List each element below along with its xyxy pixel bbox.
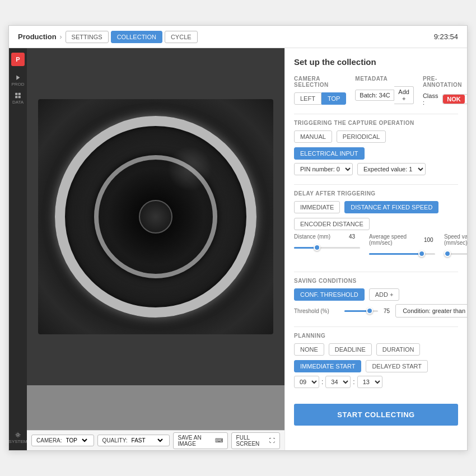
threshold-row: Threshold (%) 75 Condition: greater than… [294, 304, 458, 318]
camera-label: CAMERA: [36, 437, 62, 444]
distance-label: Distance (mm) [294, 234, 344, 240]
camera-image [38, 99, 273, 334]
speed-var-label: Speed variation (mm/sec) [444, 234, 467, 246]
class-dropdown-btn[interactable]: ▼ [465, 95, 467, 104]
class-text: Class : [423, 92, 440, 106]
metadata-label: METADATA [355, 76, 414, 82]
sidebar-prod-label: PROD [11, 82, 24, 87]
tab-bar: SETTINGS COLLECTION CYCLE [66, 31, 198, 43]
camera-btn-group: LEFT TOP [294, 92, 346, 105]
fullscreen-icon: ⛶ [269, 437, 275, 444]
camera-left-btn[interactable]: LEFT [294, 92, 321, 105]
camera-selection-section: CAMERA SELECTION LEFT TOP [294, 76, 346, 105]
triggering-label: TRIGGERING THE CAPTURE OPERATION [294, 120, 458, 126]
divider-2 [294, 184, 458, 185]
planning-btn-row: NONE DEADLINE DURATION IMMEDIATE START D… [294, 343, 458, 372]
delay-fixed-speed-btn[interactable]: DISTANCE AT FIXED SPEED [344, 201, 438, 213]
speaker-center [139, 200, 172, 234]
conf-threshold-btn[interactable]: CONF. THRESHOLD [294, 288, 365, 301]
sidebar-item-system[interactable]: SYSTEM [10, 430, 26, 446]
top-bar: Production › SETTINGS COLLECTION CYCLE 9… [9, 26, 467, 48]
fullscreen-btn[interactable]: FULL SCREEN ⛶ [231, 432, 280, 449]
svg-point-5 [17, 433, 19, 436]
distance-thumb[interactable] [314, 244, 320, 251]
save-icon: ⌨ [215, 437, 223, 444]
threshold-label: Threshold (%) [294, 308, 339, 314]
svg-rect-1 [15, 93, 17, 95]
delay-encoder-btn[interactable]: ENCODER DISTANCE [294, 218, 370, 230]
camera-select-btn[interactable]: CAMERA: TOP LEFT [31, 435, 94, 446]
distance-slider-section: Distance (mm) 43 [294, 234, 360, 258]
planning-duration-btn[interactable]: DURATION [376, 343, 421, 356]
metadata-input[interactable] [355, 90, 394, 101]
time-minute-select[interactable]: 34 [325, 376, 351, 388]
quality-select-btn[interactable]: QUALITY: FAST NORMAL SLOW [97, 435, 170, 446]
trigger-electrical-btn[interactable]: ELECTRICAL INPUT [294, 147, 365, 160]
avg-speed-thumb[interactable] [418, 250, 425, 257]
speed-var-slider[interactable] [444, 249, 467, 258]
condition-select[interactable]: Condition: greater than Condition: less … [395, 304, 467, 318]
metadata-add-btn[interactable]: Add + [394, 86, 414, 104]
settings-panel: Set up the collection CAMERA SELECTION L… [284, 48, 467, 450]
expected-value-select[interactable]: Expected value: 1 Expected value: 0 [357, 163, 426, 175]
pin-number-select[interactable]: PIN number: 0 PIN number: 1 [294, 163, 353, 175]
camera-select[interactable]: TOP LEFT [64, 437, 89, 444]
time-second-select[interactable]: 13 [357, 376, 382, 388]
planning-immediate-btn[interactable]: IMMEDIATE START [294, 360, 361, 372]
sidebar: P PROD DATA SYSTEM [9, 48, 27, 450]
start-collecting-btn[interactable]: START COLLECTING [294, 404, 458, 426]
delay-btn-row: IMMEDIATE DISTANCE AT FIXED SPEED ENCODE… [294, 201, 458, 230]
save-image-label: SAVE AN IMAGE [178, 435, 213, 447]
distance-slider-row: Distance (mm) 43 [294, 234, 360, 240]
camera-viewport [27, 48, 284, 385]
avg-speed-slider[interactable] [369, 249, 435, 258]
class-row: Class : NOK ▼ [423, 92, 467, 106]
breadcrumb-production[interactable]: Production [18, 32, 57, 41]
time-sep-1: : [321, 378, 323, 386]
breadcrumb-sep: › [60, 33, 62, 41]
threshold-slider[interactable] [344, 306, 378, 315]
sidebar-data-label: DATA [12, 100, 24, 105]
svg-marker-0 [16, 75, 20, 80]
pre-annotation-label: PRE-ANNOTATION [423, 76, 467, 88]
main-content: P PROD DATA SYSTEM [9, 48, 467, 450]
threshold-thumb[interactable] [366, 307, 373, 314]
triggering-params-row: PIN number: 0 PIN number: 1 Expected val… [294, 163, 458, 175]
camera-top-btn[interactable]: TOP [321, 92, 346, 105]
avg-speed-slider-section: Average speed (mm/sec) 100 [369, 234, 435, 258]
top-settings-row: CAMERA SELECTION LEFT TOP METADATA Add + [294, 76, 458, 106]
time-hour-select[interactable]: 09 [294, 376, 319, 388]
distance-slider[interactable] [294, 243, 360, 252]
planning-deadline-btn[interactable]: DEADLINE [329, 343, 372, 356]
delay-immediate-btn[interactable]: IMMEDIATE [294, 201, 340, 213]
breadcrumb: Production › SETTINGS COLLECTION CYCLE [18, 31, 434, 43]
metadata-section: METADATA Add + [355, 76, 414, 104]
clock: 9:23:54 [434, 32, 458, 41]
class-select-wrap: NOK ▼ [442, 94, 467, 104]
saving-label: SAVING CONDITIONS [294, 278, 458, 284]
app-logo: P [11, 53, 25, 66]
svg-rect-3 [15, 96, 17, 98]
quality-select[interactable]: FAST NORMAL SLOW [129, 437, 165, 444]
speed-var-thumb[interactable] [444, 250, 451, 257]
delay-label: DELAY AFTER TRIGGERING [294, 190, 458, 197]
saving-add-btn[interactable]: ADD + [369, 288, 400, 301]
planning-delayed-btn[interactable]: DELAYED START [366, 360, 428, 372]
tab-cycle[interactable]: CYCLE [165, 31, 198, 43]
trigger-periodical-btn[interactable]: PERIODICAL [337, 130, 386, 143]
nok-badge: NOK [443, 95, 464, 104]
trigger-manual-btn[interactable]: MANUAL [294, 130, 332, 143]
time-row: 09 : 34 : 13 [294, 376, 458, 388]
time-sep-2: : [353, 378, 354, 386]
save-image-btn[interactable]: SAVE AN IMAGE ⌨ [173, 432, 228, 449]
threshold-val: 75 [384, 308, 390, 314]
tab-collection[interactable]: COLLECTION [111, 31, 162, 43]
camera-toolbar: CAMERA: TOP LEFT QUALITY: FAST NORMAL SL… [27, 430, 284, 450]
svg-rect-2 [18, 93, 21, 95]
tab-settings[interactable]: SETTINGS [66, 31, 109, 43]
camera-selection-label: CAMERA SELECTION [294, 76, 346, 88]
sidebar-item-data[interactable]: DATA [10, 91, 26, 106]
sidebar-item-prod[interactable]: PROD [10, 73, 26, 88]
planning-none-btn[interactable]: NONE [294, 343, 324, 356]
distance-val: 43 [349, 234, 360, 240]
